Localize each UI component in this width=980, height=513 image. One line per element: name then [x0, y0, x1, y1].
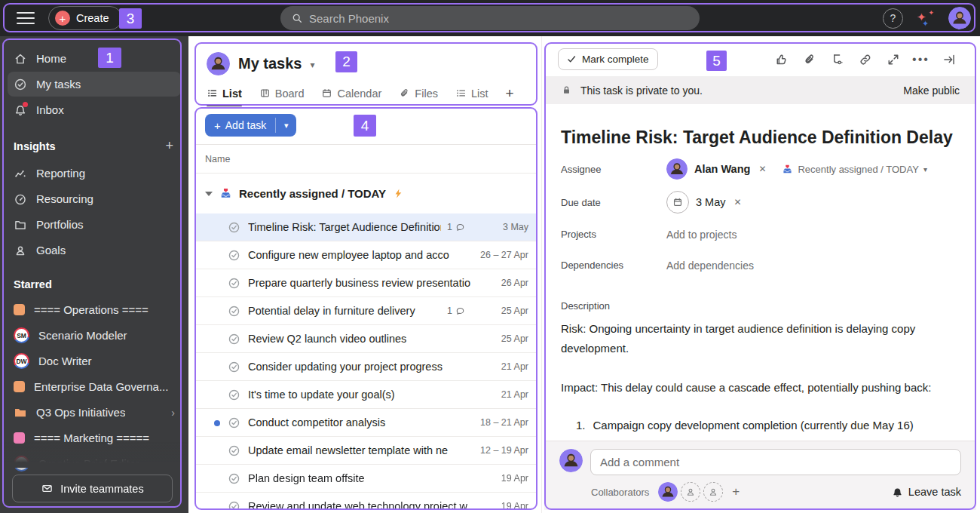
task-row[interactable]: Configure new employee laptop and acco26… [194, 241, 537, 269]
sidebar-item-home[interactable]: Home [8, 46, 181, 71]
tab-files[interactable]: Files [399, 88, 438, 106]
top-bar: + Create Search Phoenix ? ✦✦✦ [0, 0, 980, 36]
comment-input[interactable]: Add a comment [590, 449, 961, 475]
collaborator-placeholder[interactable] [681, 482, 700, 502]
invite-teammates-button[interactable]: Invite teammates [12, 475, 173, 502]
assignee-name[interactable]: Alan Wang [694, 163, 750, 175]
help-button[interactable]: ? [883, 8, 903, 29]
task-row[interactable]: Plan design team offsite19 Apr [194, 465, 537, 493]
check-circle-icon[interactable] [228, 221, 240, 234]
bell-icon [892, 487, 903, 498]
sidebar-item-resourcing[interactable]: Resourcing [8, 186, 181, 211]
hamburger-menu-icon[interactable] [17, 12, 35, 24]
thumbs-up-icon[interactable] [767, 53, 795, 66]
ai-sparkles-icon[interactable]: ✦✦✦ [917, 9, 935, 27]
create-button[interactable]: + Create [48, 6, 122, 30]
task-name: Timeline Risk: Target Audience Definitio… [248, 221, 441, 233]
my-tasks-header: My tasks ▾ ListBoardCalendarFilesList+ [194, 42, 537, 106]
link-icon[interactable] [851, 53, 879, 66]
task-row[interactable]: Review and update web technology project… [194, 493, 537, 510]
board-icon [259, 88, 271, 99]
page-title: My tasks [238, 55, 302, 72]
paperclip-icon[interactable] [795, 53, 823, 66]
sidebar-item-reporting[interactable]: Reporting [8, 161, 181, 186]
recently-assigned-icon [219, 187, 232, 200]
sidebar-item-goals[interactable]: Goals [8, 238, 181, 263]
task-name: Consider updating your project progress [248, 361, 471, 373]
tab-label: Calendar [337, 88, 381, 100]
add-to-projects-button[interactable]: Add to projects [666, 229, 737, 241]
starred-item[interactable]: CBCreative Brief Editor [8, 451, 181, 476]
user-avatar[interactable] [948, 7, 971, 29]
assignee-label: Assignee [561, 164, 666, 175]
task-row[interactable]: Consider updating your project progress2… [194, 353, 537, 381]
sidebar-item-portfolios[interactable]: Portfolios [8, 212, 181, 237]
task-row[interactable]: Update email newsletter template with ne… [194, 437, 537, 465]
description-list-item[interactable]: 1.Campaign copy development completion (… [544, 417, 976, 432]
starred-item[interactable]: ==== Operations ==== [8, 297, 181, 322]
add-insight-button[interactable]: + [165, 138, 173, 154]
task-row[interactable]: Conduct competitor analysis18 – 21 Apr [194, 409, 537, 437]
collaborator-avatar[interactable] [658, 482, 678, 502]
starred-item[interactable]: SMScenario Modeler [8, 323, 181, 348]
check-circle-icon[interactable] [228, 361, 240, 373]
mark-complete-button[interactable]: Mark complete [558, 48, 658, 70]
task-row[interactable]: Review Q2 launch video outlines25 Apr [194, 325, 537, 353]
collapse-right-icon[interactable] [935, 53, 963, 66]
expand-icon[interactable] [879, 53, 907, 66]
tab-list[interactable]: List [207, 88, 242, 106]
sidebar-item-my-tasks[interactable]: My tasks [8, 72, 181, 97]
task-row[interactable]: Potential delay in furniture delivery125… [194, 297, 537, 325]
remove-due-date-button[interactable]: ✕ [733, 197, 743, 207]
starred-item[interactable]: ==== Marketing ===== [8, 425, 181, 450]
subtasks-icon[interactable] [823, 53, 851, 66]
assignee-avatar[interactable] [666, 158, 688, 180]
starred-item[interactable]: Q3 Ops Initiatives› [8, 400, 181, 425]
check-circle-icon[interactable] [228, 444, 240, 457]
add-dependencies-button[interactable]: Add dependencies [666, 260, 754, 272]
check-circle-icon[interactable] [228, 500, 240, 511]
check-circle-icon[interactable] [228, 472, 240, 485]
check-circle-icon[interactable] [228, 305, 240, 318]
check-circle-icon[interactable] [228, 389, 240, 401]
more-icon[interactable]: ••• [907, 53, 935, 66]
task-row[interactable]: It's time to update your goal(s)21 Apr [194, 381, 537, 409]
task-due-date: 26 – 27 Apr [471, 250, 528, 260]
section-header[interactable]: Recently assigned / TODAY [194, 174, 537, 213]
check-circle-icon[interactable] [228, 249, 240, 262]
tab-calendar[interactable]: Calendar [321, 88, 381, 106]
collaborator-placeholder[interactable] [703, 482, 723, 502]
description-body[interactable]: Risk: Ongoing uncertainty in target audi… [544, 315, 963, 398]
add-task-button[interactable]: +Add task ▾ [205, 114, 296, 137]
initials-badge: SM [14, 327, 29, 343]
make-public-button[interactable]: Make public [903, 84, 960, 97]
project-color-swatch [14, 304, 25, 315]
add-task-dropdown[interactable]: ▾ [276, 114, 296, 137]
task-name: Update email newsletter template with ne [248, 444, 471, 456]
starred-item[interactable]: Enterprise Data Governa... [8, 374, 181, 399]
envelope-icon [41, 482, 54, 495]
due-date-value[interactable]: 3 May [696, 196, 726, 208]
section-collapse-icon[interactable] [205, 192, 213, 196]
add-tab-button[interactable]: + [506, 85, 514, 108]
task-due-date: 19 Apr [471, 501, 528, 510]
chevron-down-icon[interactable]: ▾ [311, 60, 315, 70]
check-circle-icon[interactable] [228, 277, 240, 290]
task-row[interactable]: Prepare quarterly business review presen… [194, 269, 537, 297]
tab-board[interactable]: Board [259, 88, 305, 106]
remove-assignee-button[interactable]: ✕ [757, 164, 767, 174]
add-collaborator-button[interactable]: + [732, 484, 740, 499]
check-circle-icon[interactable] [228, 416, 240, 429]
task-row[interactable]: Timeline Risk: Target Audience Definitio… [194, 213, 537, 241]
notification-dot [23, 102, 28, 107]
leave-task-button[interactable]: Leave task [892, 486, 961, 498]
chevron-right-icon[interactable]: › [171, 407, 175, 419]
sidebar-item-inbox[interactable]: Inbox [8, 97, 181, 122]
starred-item[interactable]: DWDoc Writer [8, 349, 181, 373]
search-input[interactable]: Search Phoenix [280, 6, 700, 30]
check-circle-icon[interactable] [228, 333, 240, 346]
task-title[interactable]: Timeline Risk: Target Audience Definitio… [544, 104, 976, 152]
tab-list[interactable]: List [455, 88, 488, 106]
calendar-icon[interactable] [666, 191, 689, 213]
task-section-dropdown[interactable]: Recently assigned / TODAY ▾ [782, 164, 926, 175]
